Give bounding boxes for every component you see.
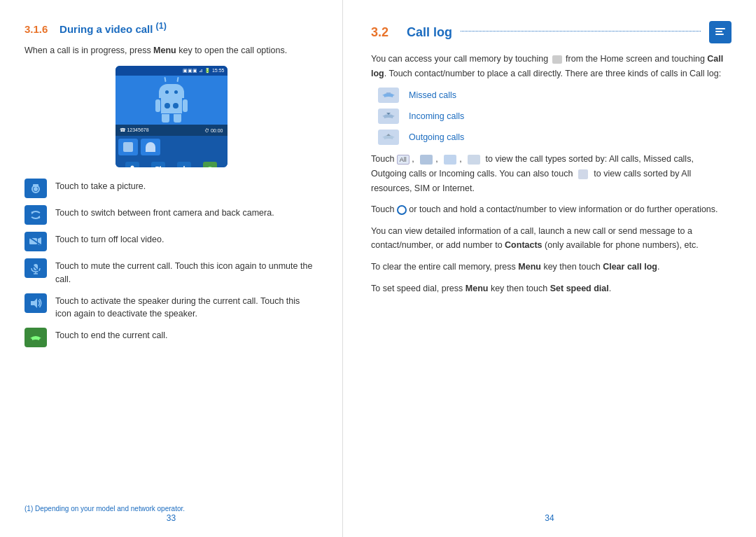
footnote: (1) Depending on your model and network …: [24, 505, 185, 512]
left-section-title-text: During a video call: [59, 23, 153, 35]
para3: Touch or touch and hold a contact/number…: [371, 202, 732, 217]
incoming-calls-row: Incoming calls: [378, 109, 732, 124]
svg-rect-19: [715, 28, 725, 29]
status-bar: ▣▣▣ ⊿ 🔋 15:55: [115, 66, 227, 76]
all-btn: All: [397, 155, 410, 165]
grid-icon: [552, 55, 562, 64]
right-page: 3.2 Call log You can access your call me…: [343, 0, 756, 537]
svg-rect-20: [715, 31, 722, 32]
outgoing-calls-row: Outgoing calls: [378, 130, 732, 145]
left-page: 3.1.6 During a video call (1) When a cal…: [0, 0, 343, 537]
svg-rect-21: [715, 34, 724, 35]
intro-paragraph: When a call is in progress, press Menu k…: [24, 43, 318, 57]
action-btn-3: [177, 162, 191, 167]
para4: You can view detailed information of a c…: [371, 224, 732, 253]
incoming-calls-icon: [378, 109, 399, 124]
switch-camera-icon: [24, 205, 47, 225]
feature-end-call: Touch to end the current call.: [24, 328, 318, 347]
left-section-superscript: (1): [156, 21, 167, 31]
video-area: [115, 76, 227, 125]
left-section-title: 3.1.6 During a video call (1): [24, 21, 318, 35]
outgoing-calls-icon: [378, 130, 399, 145]
end-call-icon: [24, 328, 47, 347]
filter-icon-1: [420, 155, 433, 165]
turn-off-video-icon: [24, 232, 47, 251]
call-log-icon: [709, 21, 732, 43]
thumb-1: [118, 139, 138, 155]
mute-icon: [24, 258, 47, 278]
missed-calls-icon: [378, 88, 399, 103]
svg-marker-25: [386, 134, 391, 136]
missed-calls-label: Missed calls: [409, 90, 456, 100]
filter-icon-3: [468, 155, 480, 165]
phone-thumbnails: [115, 136, 227, 158]
dotted-separator: [461, 31, 701, 32]
left-page-number: 33: [167, 513, 176, 523]
para2: Touch All , , , to view the call types s…: [371, 152, 732, 195]
para1: You can access your call memory by touch…: [371, 52, 732, 81]
page: 3.1.6 During a video call (1) When a cal…: [0, 0, 756, 537]
para5: To clear the entire call memory, press M…: [371, 260, 732, 274]
left-section-num: 3.1.6: [24, 23, 48, 35]
end-call-text: Touch to end the current call.: [55, 328, 168, 342]
outgoing-calls-label: Outgoing calls: [409, 132, 464, 142]
thumb-2: [141, 139, 160, 155]
phone-info-bar: ☎ 12345678 ⏱ 00:00: [115, 125, 227, 136]
action-btn-1: [125, 162, 139, 167]
svg-point-7: [34, 187, 38, 191]
feature-take-picture: Touch to take a picture.: [24, 179, 318, 198]
feature-mute: Touch to mute the current call. Touch th…: [24, 258, 318, 286]
sim-icon: [578, 169, 588, 179]
speaker-icon: [24, 293, 47, 313]
right-section-title-text: Call log: [407, 25, 452, 40]
missed-calls-row: Missed calls: [378, 88, 732, 103]
action-btn-end: [203, 162, 217, 167]
speaker-text: Touch to activate the speaker during the…: [55, 293, 318, 321]
right-page-number: 34: [545, 513, 554, 523]
para6: To set speed dial, press Menu key then t…: [371, 281, 732, 296]
svg-marker-2: [159, 166, 161, 167]
mute-text: Touch to mute the current call. Touch th…: [55, 258, 318, 286]
take-picture-icon: [24, 179, 47, 198]
phone-screenshot: ▣▣▣ ⊿ 🔋 15:55: [115, 66, 227, 167]
feature-turn-off-video: Touch to turn off local video.: [24, 232, 318, 251]
feature-speaker: Touch to activate the speaker during the…: [24, 293, 318, 321]
action-btn-2: [151, 162, 165, 167]
phone-actions: [115, 158, 227, 167]
right-section-num: 3.2: [371, 25, 388, 40]
incoming-calls-label: Incoming calls: [409, 111, 464, 121]
turn-off-video-text: Touch to turn off local video.: [55, 232, 164, 246]
svg-rect-6: [33, 184, 38, 187]
feature-switch-camera: Touch to switch between front camera and…: [24, 205, 318, 225]
android-figure: [155, 78, 188, 123]
info-icon: [397, 205, 407, 215]
filter-icon-2: [444, 155, 456, 165]
svg-marker-17: [31, 298, 37, 308]
switch-camera-text: Touch to switch between front camera and…: [55, 205, 274, 220]
take-picture-text: Touch to take a picture.: [55, 179, 146, 193]
svg-rect-1: [155, 167, 159, 167]
right-section-title: 3.2 Call log: [371, 21, 732, 43]
svg-point-0: [131, 166, 134, 168]
